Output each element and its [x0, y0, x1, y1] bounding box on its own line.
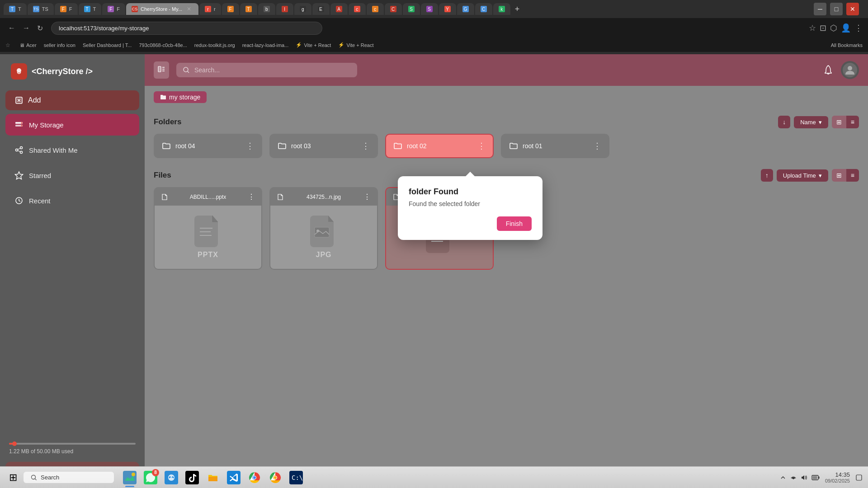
new-tab-button[interactable]: + [511, 5, 524, 14]
file-jpg[interactable]: 434725...n.jpg ⋮ [269, 187, 378, 270]
storage-icon [14, 120, 24, 129]
logo-text: <CherryStore /> [32, 67, 93, 76]
add-button[interactable]: Add [5, 90, 139, 110]
folder-root02[interactable]: root 02 ⋮ [385, 134, 494, 158]
files-grid-view-button[interactable]: ⊞ [832, 169, 846, 182]
extension-button[interactable]: ⬡ [830, 23, 837, 33]
browser-tab-1[interactable]: TS TS [28, 3, 54, 15]
folders-list-view-button[interactable]: ≡ [846, 116, 859, 128]
main-content: my storage Folders ↓ Name ▾ ⊞ [145, 54, 868, 488]
browser-tab-16[interactable]: C [385, 3, 402, 15]
sidebar-item-starred[interactable]: Starred [5, 164, 139, 186]
bookmark-redux[interactable]: redux-toolkit.js.org [194, 42, 235, 48]
sound-icon[interactable] [801, 474, 808, 481]
files-sort-button[interactable]: Upload Time ▾ [777, 169, 828, 182]
sidebar-toggle-button[interactable] [154, 61, 169, 79]
folder-root04[interactable]: root 04 ⋮ [154, 134, 262, 158]
taskbar-app-terminal[interactable]: C:\ [287, 468, 306, 487]
bookmark-vite2[interactable]: ⚡ Vite + React [338, 42, 373, 48]
user-avatar[interactable] [841, 61, 859, 79]
browser-tab-active[interactable]: CS CherryStore - My... ✕ [126, 3, 198, 15]
bookmark-vite1[interactable]: ⚡ Vite + React [296, 42, 331, 48]
taskbar-app-msn[interactable] [162, 468, 181, 487]
bookmark-star-button[interactable]: ☆ [809, 23, 816, 33]
bookmark-seller-info[interactable]: seller info icon [44, 42, 75, 48]
folders-sort-dir-button[interactable]: ↓ [778, 116, 790, 128]
browser-tab-21[interactable]: C [475, 3, 492, 15]
folder-root02-menu-button[interactable]: ⋮ [477, 141, 486, 151]
browser-tab-17[interactable]: S [403, 3, 420, 15]
taskbar-app-landscape[interactable] [120, 468, 139, 487]
files-list-view-button[interactable]: ≡ [846, 169, 859, 182]
bookmark-acer[interactable]: 🖥 Acer [19, 42, 37, 48]
taskbar-app-chrome[interactable] [245, 468, 264, 487]
browser-tab-3[interactable]: T T [79, 3, 102, 15]
browser-tab-11[interactable]: g [294, 3, 311, 15]
svg-point-49 [274, 476, 277, 479]
browser-tab-14[interactable]: c [349, 3, 366, 15]
taskbar-app-vscode[interactable] [224, 468, 243, 487]
taskbar-search[interactable]: Search [24, 472, 114, 483]
file-jpg-menu-button[interactable]: ⋮ [363, 192, 371, 201]
browser-tab-7[interactable]: F [222, 3, 239, 15]
browser-tab-10[interactable]: I [276, 3, 293, 15]
address-bar[interactable]: localhost:5173/storage/my-storage [51, 22, 322, 35]
browser-tab-9[interactable]: b [258, 3, 275, 15]
sidebar-item-my-storage[interactable]: My Storage [5, 114, 139, 136]
star-icon [14, 171, 24, 180]
folder-root01[interactable]: root 01 ⋮ [501, 134, 609, 158]
start-button[interactable]: ⊞ [5, 470, 21, 485]
breadcrumb-my-storage[interactable]: my storage [154, 91, 207, 103]
browser-tab-6[interactable]: r r [199, 3, 221, 15]
folders-grid-view-button[interactable]: ⊞ [832, 116, 846, 128]
tab-close-icon[interactable]: ✕ [187, 6, 191, 12]
browser-tab-15[interactable]: c [367, 3, 384, 15]
browser-tab-13[interactable]: A [330, 3, 348, 15]
taskbar-app-chrome-canary[interactable] [266, 468, 285, 487]
search-input[interactable] [194, 66, 351, 74]
folder-root03-menu-button[interactable]: ⋮ [362, 141, 370, 151]
maximize-button[interactable]: □ [830, 3, 843, 15]
bookmark-react-lazy[interactable]: react-lazy-load-ima... [242, 42, 289, 48]
profile-button[interactable]: 👤 [841, 23, 851, 33]
reload-button[interactable]: ↻ [34, 22, 46, 34]
forward-button[interactable]: → [20, 22, 33, 34]
file-pptx-menu-button[interactable]: ⋮ [248, 192, 255, 201]
svg-line-22 [188, 71, 189, 73]
browser-tab-22[interactable]: k [493, 3, 510, 15]
taskbar-app-whatsapp[interactable]: 8 [141, 468, 160, 487]
more-button[interactable]: ⋮ [854, 23, 863, 33]
browser-tab-0[interactable]: T T [4, 3, 27, 15]
browser-tab-4[interactable]: F F [102, 3, 125, 15]
minimize-button[interactable]: ─ [814, 3, 826, 15]
taskbar-app-tiktok[interactable] [183, 468, 202, 487]
wifi-icon[interactable] [790, 474, 797, 481]
bookmark-793c[interactable]: 793c0868-c0cb-48e... [139, 42, 187, 48]
taskbar-time: 14:35 [825, 471, 850, 478]
chevron-up-icon[interactable] [780, 474, 786, 481]
folder-root03[interactable]: root 03 ⋮ [269, 134, 378, 158]
close-button[interactable]: ✕ [846, 3, 859, 15]
file-pptx[interactable]: ABDILL.....pptx ⋮ [154, 187, 262, 270]
bookmark-seller-dashboard[interactable]: Seller Dashboard | T... [83, 42, 132, 48]
sidebar-item-recent[interactable]: Recent [5, 190, 139, 211]
back-button[interactable]: ← [5, 22, 18, 34]
taskbar-search-icon [31, 474, 37, 481]
browser-tab-2[interactable]: F F [55, 3, 78, 15]
bell-icon[interactable] [823, 65, 834, 75]
folder-root01-menu-button[interactable]: ⋮ [593, 141, 601, 151]
browser-tab-18[interactable]: S [421, 3, 438, 15]
bookmark-all[interactable]: All Bookmarks [831, 42, 863, 48]
browser-tab-19[interactable]: Y [439, 3, 456, 15]
sidebar-item-shared[interactable]: Shared With Me [5, 139, 139, 161]
browser-tab-20[interactable]: G [457, 3, 474, 15]
finish-button[interactable]: Finish [497, 216, 532, 231]
browser-tab-12[interactable]: E [312, 3, 330, 15]
screen-cast-button[interactable]: ⊡ [820, 23, 826, 33]
files-sort-dir-button[interactable]: ↑ [761, 169, 773, 182]
browser-tab-8[interactable]: T [240, 3, 257, 15]
taskbar-app-explorer[interactable] [203, 468, 222, 487]
folders-sort-button[interactable]: Name ▾ [794, 116, 828, 128]
notifications-icon[interactable] [855, 474, 863, 481]
folder-root04-menu-button[interactable]: ⋮ [246, 141, 254, 151]
